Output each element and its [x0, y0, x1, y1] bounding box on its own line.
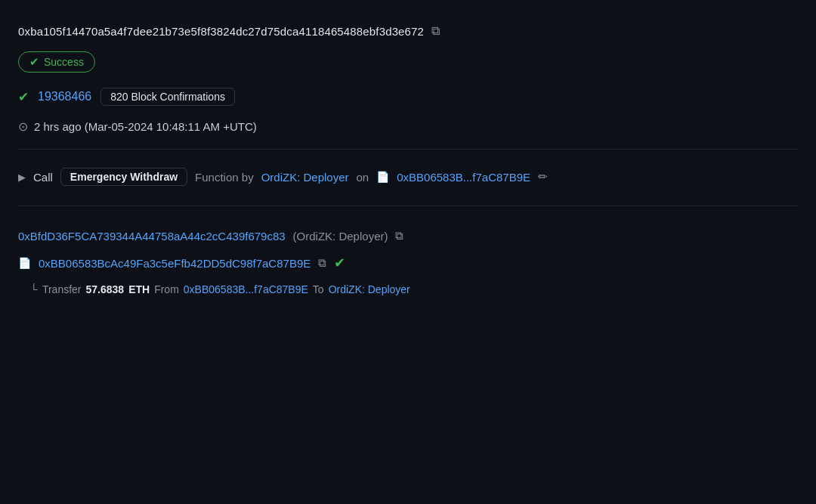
tx-hash: 0xba105f14470a5a4f7dee21b73e5f8f3824dc27…: [18, 25, 424, 38]
copy-from-icon[interactable]: ⧉: [395, 229, 403, 243]
call-arrow-icon: ▶: [18, 172, 26, 183]
transfer-hook: └: [30, 283, 38, 295]
transfer-to-address-link[interactable]: OrdiZK: Deployer: [329, 283, 410, 295]
to-row: 📄 0xBB06583BcAc49Fa3c5eFfb42DD5dC98f7aC8…: [18, 249, 798, 277]
time-row: ⊙ 2 hrs ago (Mar-05-2024 10:48:11 AM +UT…: [18, 112, 798, 144]
contract-address-link[interactable]: 0xBB06583B...f7aC87B9E: [397, 171, 530, 184]
status-badge: ✔ Success: [18, 51, 95, 73]
deployer-link[interactable]: OrdiZK: Deployer: [261, 171, 349, 184]
copy-to-icon[interactable]: ⧉: [318, 256, 326, 270]
block-check-icon: ✔: [18, 89, 29, 105]
contract-doc-icon: 📄: [376, 171, 389, 183]
status-row: ✔ Success: [18, 45, 798, 80]
from-deployer-label: (OrdiZK: Deployer): [293, 230, 388, 243]
status-check-icon: ✔: [29, 55, 39, 69]
from-row: 0xBfdD36F5CA739344A44758aA44c2cC439f679c…: [18, 221, 798, 249]
block-number[interactable]: 19368466: [38, 90, 91, 104]
clock-icon: ⊙: [18, 119, 28, 134]
transfer-from-address-link[interactable]: 0xBB06583B...f7aC87B9E: [184, 283, 308, 295]
tx-hash-row: 0xba105f14470a5a4f7dee21b73e5f8f3824dc27…: [18, 14, 798, 45]
section-divider: [18, 206, 798, 206]
transfer-currency: ETH: [128, 283, 150, 295]
block-row: ✔ 19368466 820 Block Confirmations: [18, 80, 798, 112]
function-name-badge: Emergency Withdraw: [60, 168, 187, 186]
transfer-label: Transfer: [42, 283, 82, 295]
function-by-label: Function by: [195, 171, 254, 184]
function-name-text: Emergency Withdraw: [70, 171, 178, 183]
transfer-from-label: From: [154, 283, 179, 295]
timestamp: 2 hrs ago (Mar-05-2024 10:48:11 AM +UTC): [34, 120, 257, 133]
status-label: Success: [44, 56, 84, 68]
block-confirmations-text: 820 Block Confirmations: [110, 91, 225, 103]
transfer-row: └ Transfer 57.6838 ETH From 0xBB06583B..…: [18, 277, 798, 300]
divider-1: [18, 149, 798, 150]
call-row: ▶ Call Emergency Withdraw Function by Or…: [18, 159, 798, 193]
on-label: on: [357, 171, 369, 184]
transfer-to-label: To: [313, 283, 324, 295]
to-doc-icon: 📄: [18, 257, 31, 269]
transfer-amount: 57.6838: [86, 283, 125, 295]
from-address-link[interactable]: 0xBfdD36F5CA739344A44758aA44c2cC439f679c…: [18, 230, 286, 243]
call-label: Call: [33, 171, 53, 184]
to-success-icon: ✔: [334, 255, 345, 271]
edit-icon[interactable]: ✏: [538, 170, 548, 184]
to-address-link[interactable]: 0xBB06583BcAc49Fa3c5eFfb42DD5dC98f7aC87B…: [39, 257, 311, 270]
block-confirmations-badge: 820 Block Confirmations: [100, 88, 235, 106]
copy-hash-icon[interactable]: ⧉: [431, 24, 440, 38]
